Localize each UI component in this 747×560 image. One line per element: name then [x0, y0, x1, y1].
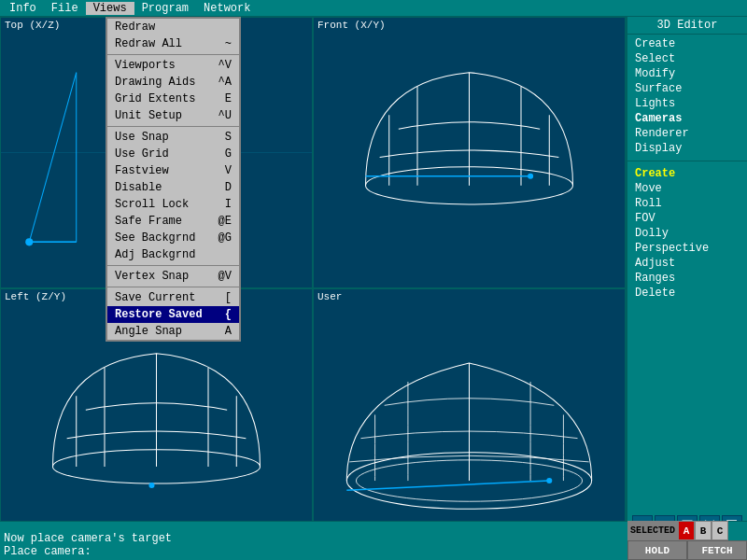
selected-row: SELECTED A B C: [627, 521, 747, 540]
btn-roll[interactable]: Roll: [631, 196, 743, 211]
viewport-user[interactable]: User: [313, 288, 626, 560]
btn-adjust[interactable]: Adjust: [631, 256, 743, 271]
svg-line-2: [29, 73, 76, 243]
menu-file[interactable]: File: [44, 2, 86, 15]
btn-surface[interactable]: Surface: [631, 81, 743, 96]
btn-create-main[interactable]: Create: [631, 36, 743, 51]
menu-disable[interactable]: Disable D: [107, 179, 239, 196]
btn-perspective[interactable]: Perspective: [631, 241, 743, 256]
hold-fetch-row: HOLD FETCH: [627, 540, 747, 560]
viewport-front[interactable]: Front (X/Y): [313, 17, 626, 288]
viewport-user-label: User: [317, 291, 342, 302]
menu-network[interactable]: Network: [196, 2, 258, 15]
viewport-front-svg: [314, 18, 625, 287]
btn-display[interactable]: Display: [631, 141, 743, 156]
sep-1: [107, 54, 239, 55]
btn-select[interactable]: Select: [631, 51, 743, 66]
panel-divider-1: [627, 161, 747, 161]
btn-modify[interactable]: Modify: [631, 66, 743, 81]
views-dropdown-menu: Redraw Redraw All ~ Viewports ^V Drawing…: [106, 17, 241, 342]
btn-fetch[interactable]: FETCH: [687, 540, 747, 560]
right-panel: 3D Editor Create Select Modify Surface L…: [627, 17, 747, 560]
sep-3: [107, 265, 239, 266]
btn-a[interactable]: A: [678, 521, 695, 540]
btn-move[interactable]: Move: [631, 181, 743, 196]
selected-label: SELECTED: [627, 521, 678, 540]
svg-point-14: [528, 174, 533, 179]
menu-program[interactable]: Program: [134, 2, 196, 15]
menu-use-grid[interactable]: Use Grid G: [107, 146, 239, 162]
menu-viewports[interactable]: Viewports ^V: [107, 57, 239, 74]
viewport-top-label: Top (X/Z): [5, 20, 60, 31]
sep-2: [107, 126, 239, 127]
menu-safe-frame[interactable]: Safe Frame @E: [107, 213, 239, 230]
bottom-toolbar: Now place camera's target Place camera: …: [0, 521, 747, 560]
btn-b[interactable]: B: [695, 521, 712, 540]
menu-scroll-lock[interactable]: Scroll Lock I: [107, 196, 239, 213]
menu-adj-backgrnd[interactable]: Adj Backgrnd: [107, 246, 239, 263]
panel-title: 3D Editor: [627, 17, 747, 35]
menu-drawing-aids[interactable]: Drawing Aids ^A: [107, 74, 239, 91]
btn-ranges[interactable]: Ranges: [631, 271, 743, 286]
menu-redraw[interactable]: Redraw: [107, 19, 239, 35]
svg-line-27: [346, 481, 549, 490]
menu-angle-snap[interactable]: Angle Snap A: [107, 323, 239, 340]
menu-vertex-snap[interactable]: Vertex Snap @V: [107, 268, 239, 285]
viewport-user-svg: Perspective: [314, 289, 625, 559]
btn-cameras[interactable]: Cameras: [631, 111, 743, 126]
btn-fov[interactable]: FOV: [631, 211, 743, 226]
menu-restore-saved[interactable]: Restore Saved {: [107, 306, 239, 323]
svg-point-28: [546, 478, 552, 483]
btn-create-sub[interactable]: Create: [631, 166, 743, 181]
menu-grid-extents[interactable]: Grid Extents E: [107, 91, 239, 107]
menu-save-current[interactable]: Save Current [: [107, 289, 239, 306]
bottom-right-controls: SELECTED A B C HOLD FETCH: [627, 521, 747, 560]
btn-dolly[interactable]: Dolly: [631, 226, 743, 241]
menu-redraw-all[interactable]: Redraw All ~: [107, 35, 239, 52]
status-line1: Now place camera's target: [4, 532, 622, 545]
sub-section-buttons: Create Move Roll FOV Dolly Perspective A…: [627, 164, 747, 302]
menu-fastview[interactable]: Fastview V: [107, 162, 239, 179]
viewport-left-label: Left (Z/Y): [5, 291, 66, 302]
viewports-grid: Top (X/Z) Front (X/Y): [0, 17, 627, 560]
status-area: Now place camera's target Place camera:: [0, 530, 626, 560]
svg-point-21: [148, 483, 154, 488]
menubar: Info File Views Program Network: [0, 0, 747, 17]
sep-4: [107, 287, 239, 287]
viewport-front-label: Front (X/Y): [317, 20, 386, 31]
menu-unit-setup[interactable]: Unit Setup ^U: [107, 107, 239, 124]
btn-lights[interactable]: Lights: [631, 96, 743, 111]
main-section-buttons: Create Select Modify Surface Lights Came…: [627, 35, 747, 158]
menu-views[interactable]: Views: [86, 2, 134, 15]
menu-use-snap[interactable]: Use Snap S: [107, 129, 239, 146]
menu-info[interactable]: Info: [2, 2, 44, 15]
menu-see-backgrnd[interactable]: See Backgrnd @G: [107, 230, 239, 246]
btn-delete[interactable]: Delete: [631, 286, 743, 301]
btn-hold[interactable]: HOLD: [627, 540, 687, 560]
btn-renderer[interactable]: Renderer: [631, 126, 743, 141]
btn-c[interactable]: C: [712, 521, 728, 540]
status-line2: Place camera:: [4, 545, 622, 558]
